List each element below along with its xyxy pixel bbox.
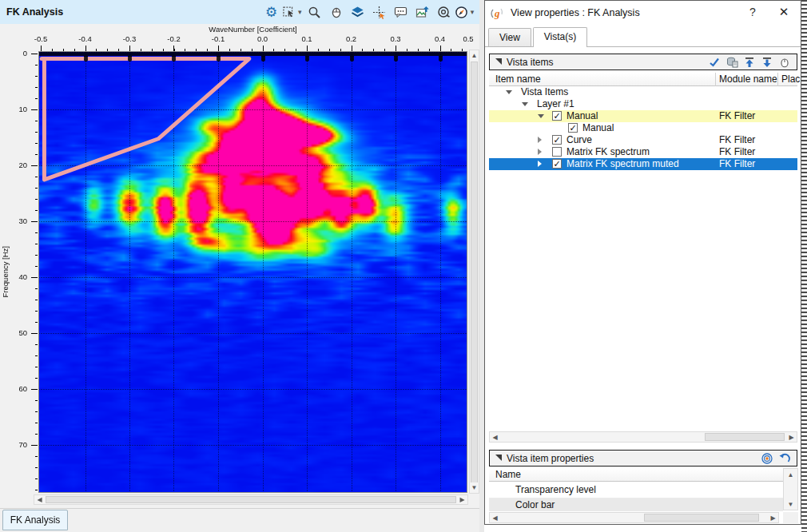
- properties-vertical-scrollbar[interactable]: ▲ ▼: [783, 468, 798, 510]
- tree-row-curve[interactable]: ✓CurveFK Filter: [489, 134, 797, 146]
- application-window: { "left_panel": { "title": "FK Analysis"…: [0, 0, 807, 532]
- tree-item-label: Curve: [566, 134, 592, 146]
- plot-toolbar: ⚙▾▾: [260, 2, 476, 22]
- properties-horizontal-scrollbar[interactable]: ◀ ▶: [489, 512, 779, 523]
- plot-vscroll-thumb[interactable]: [471, 62, 478, 483]
- select-region-icon[interactable]: ▾: [282, 2, 304, 22]
- scroll-right-arrow-icon[interactable]: ▶: [768, 513, 778, 522]
- check-icon[interactable]: [706, 56, 723, 69]
- x-tick-label: 0.1: [297, 34, 316, 43]
- y-tick-label: 40: [2, 272, 27, 281]
- measure-icon[interactable]: [433, 2, 455, 22]
- export-image-icon[interactable]: [411, 2, 433, 22]
- column-separator: [715, 73, 716, 86]
- properties-column-header[interactable]: Name: [489, 468, 783, 482]
- checkbox-checked[interactable]: ✓: [552, 159, 562, 169]
- dialog-help-button[interactable]: ?: [746, 6, 759, 18]
- y-tick-label: 0: [2, 49, 27, 58]
- scroll-right-arrow-icon[interactable]: ▶: [786, 432, 797, 442]
- layers-icon[interactable]: [347, 2, 368, 22]
- expander-closed-icon[interactable]: [538, 137, 542, 143]
- expander-closed-icon[interactable]: [538, 161, 542, 167]
- zoom-icon[interactable]: [304, 2, 325, 22]
- tree-horizontal-scrollbar[interactable]: ◀ ▶: [489, 431, 797, 443]
- plot-window-titlebar: FK Analysis ⚙▾▾: [0, 0, 479, 24]
- gear-icon[interactable]: ⚙: [260, 2, 282, 22]
- plot-hscroll-thumb[interactable]: [46, 496, 456, 503]
- scrollbar-corner: [783, 512, 798, 523]
- column-header-0[interactable]: Item name: [495, 73, 541, 85]
- y-tick-label: 60: [2, 384, 27, 393]
- tree-row-matrix-fk-spectrum[interactable]: Matrix FK spectrumFK Filter: [489, 146, 797, 158]
- tree-row-manual[interactable]: ✓ManualFK Filter: [489, 110, 797, 122]
- undo-icon[interactable]: [776, 452, 793, 465]
- tree-row-matrix-fk-spectrum-muted[interactable]: ✓Matrix FK spectrum mutedFK Filter: [489, 158, 797, 170]
- target-icon[interactable]: [758, 452, 776, 465]
- expander-open-icon[interactable]: [522, 102, 528, 106]
- properties-name-column: Name: [495, 469, 521, 480]
- y-tick-label: 10: [2, 105, 27, 113]
- item-properties-section-title: Vista item properties: [507, 453, 594, 464]
- move-up-icon[interactable]: [741, 56, 758, 69]
- document-tab-strip: FK Analysis: [0, 508, 479, 532]
- mouse-icon[interactable]: [325, 2, 347, 22]
- tab-vistas[interactable]: Vista(s): [533, 27, 587, 47]
- x-axis-title: WaveNumber [Coefficient]: [38, 25, 467, 34]
- scroll-down-arrow-icon[interactable]: ▼: [784, 498, 797, 510]
- mouse-icon[interactable]: [776, 56, 793, 69]
- checkbox-unchecked[interactable]: [552, 147, 562, 157]
- plot-vertical-scrollbar[interactable]: ▲ ▼: [469, 50, 479, 494]
- property-row-transparency[interactable]: Transparency level: [489, 482, 783, 498]
- x-tick-label: -0.1: [209, 34, 228, 43]
- tree-item-label: Vista Items: [521, 86, 568, 98]
- move-down-icon[interactable]: [758, 56, 776, 69]
- column-header-2[interactable]: Plac: [781, 73, 800, 85]
- tree-hscroll-thumb[interactable]: [705, 433, 785, 441]
- properties-hscroll-thumb[interactable]: [644, 514, 759, 522]
- column-header-1[interactable]: Module name: [719, 73, 777, 85]
- collapse-section-icon[interactable]: [495, 58, 502, 65]
- collapse-section-icon[interactable]: [495, 455, 502, 461]
- x-tick-label: -0.2: [165, 34, 184, 43]
- tab-fk-analysis[interactable]: FK Analysis: [2, 510, 68, 530]
- vista-items-tree: Vista ItemsLayer #1✓ManualFK Filter✓Manu…: [489, 86, 797, 170]
- plot-horizontal-scrollbar[interactable]: ◀ ▶: [34, 494, 468, 505]
- tree-column-headers[interactable]: Item nameModule namePlac: [489, 73, 797, 86]
- expander-open-icon[interactable]: [538, 114, 544, 118]
- checkbox-checked[interactable]: ✓: [552, 135, 562, 145]
- item-properties-section-header[interactable]: Vista item properties: [489, 450, 797, 466]
- scroll-down-arrow-icon[interactable]: ▼: [470, 482, 479, 493]
- copy-db-icon[interactable]: [723, 56, 741, 69]
- scroll-left-arrow-icon[interactable]: ◀: [34, 495, 45, 504]
- tree-item-label: Manual: [566, 110, 598, 122]
- window-resize-edge[interactable]: [801, 0, 807, 532]
- x-tick-label: 0.2: [342, 34, 361, 43]
- fk-plot-region: WaveNumber [Coefficient] Frequency [Hz] …: [0, 24, 479, 508]
- tab-view[interactable]: View: [488, 28, 531, 46]
- fk-spectrum-heatmap[interactable]: [0, 24, 479, 508]
- tree-row-vista-items[interactable]: Vista Items: [489, 86, 797, 98]
- tree-row-manual[interactable]: ✓Manual: [489, 122, 797, 134]
- crosshair-move-icon[interactable]: [368, 2, 390, 22]
- checkbox-checked[interactable]: ✓: [568, 123, 578, 133]
- expander-closed-icon[interactable]: [538, 149, 542, 155]
- scroll-up-arrow-icon[interactable]: ▲: [470, 50, 479, 61]
- tree-item-label: Layer #1: [537, 98, 574, 110]
- vista-items-section-header[interactable]: Vista items: [489, 54, 797, 70]
- view-properties-dialog: g View properties : FK Analysis ? ✕ View…: [484, 0, 801, 525]
- comment-icon[interactable]: [390, 2, 411, 22]
- property-row-colorbar[interactable]: Color bar: [489, 498, 783, 511]
- expander-open-icon[interactable]: [506, 90, 512, 94]
- dialog-title: View properties : FK Analysis: [511, 7, 640, 18]
- scroll-right-arrow-icon[interactable]: ▶: [457, 495, 467, 504]
- y-tick-label: 30: [2, 216, 27, 225]
- checkbox-checked[interactable]: ✓: [552, 111, 562, 121]
- tree-row-layer-#1[interactable]: Layer #1: [489, 98, 797, 110]
- compass-icon[interactable]: ▾: [455, 2, 476, 22]
- x-tick-label: 0.3: [386, 34, 405, 43]
- tree-item-label: Matrix FK spectrum: [566, 146, 650, 158]
- scroll-left-arrow-icon[interactable]: ◀: [490, 513, 500, 522]
- scroll-left-arrow-icon[interactable]: ◀: [490, 432, 500, 442]
- scroll-up-arrow-icon[interactable]: ▲: [784, 469, 797, 480]
- dialog-close-button[interactable]: ✕: [777, 5, 791, 19]
